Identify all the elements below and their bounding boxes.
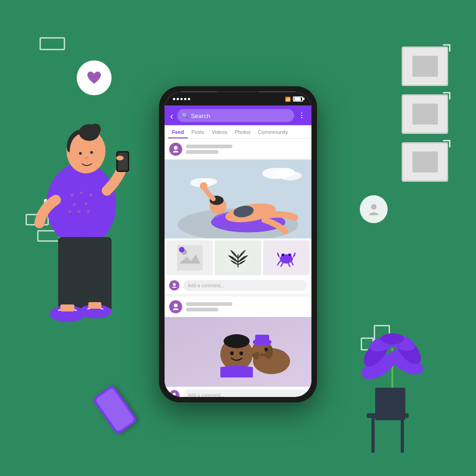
- svg-point-66: [239, 351, 243, 355]
- signal-dot-4: [184, 98, 186, 100]
- svg-point-22: [79, 152, 82, 155]
- search-bar[interactable]: ‹ 🔍 Search ︙: [165, 106, 311, 126]
- comment-1-input[interactable]: Add a comment...: [183, 280, 307, 291]
- svg-point-51: [179, 247, 185, 252]
- post-2-name-line-2: [186, 308, 218, 311]
- person-circle: [360, 195, 388, 223]
- battery-fill: [294, 97, 301, 100]
- photo-frames: [402, 46, 448, 182]
- back-button[interactable]: ‹: [170, 110, 173, 121]
- svg-point-48: [200, 182, 207, 190]
- svg-point-24: [84, 157, 89, 159]
- svg-point-60: [174, 304, 178, 307]
- phone-screen: 📶 ‹ 🔍 Search ︙ Feed: [165, 92, 311, 397]
- post-2: Add a comment...: [165, 297, 311, 397]
- svg-point-17: [87, 210, 90, 213]
- search-icon: 🔍: [182, 112, 189, 119]
- post-1: Add a comment...: [165, 139, 311, 294]
- wifi-icon: 📶: [285, 96, 291, 101]
- svg-point-11: [71, 194, 73, 197]
- comment-2-input[interactable]: Add a comment...: [183, 390, 307, 397]
- post-1-name-line-1: [186, 145, 232, 148]
- tab-photos[interactable]: Photos: [231, 126, 254, 139]
- phone-notch: [217, 92, 259, 102]
- svg-rect-70: [255, 335, 269, 342]
- signal-dot-1: [173, 98, 175, 100]
- post-thumb-1: [166, 240, 213, 275]
- post-2-image: [165, 317, 311, 387]
- post-1-images-row: [165, 238, 311, 277]
- post-1-header: [165, 139, 311, 159]
- photo-frame-1: [402, 46, 448, 86]
- svg-point-12: [80, 192, 83, 194]
- svg-rect-32: [60, 304, 74, 311]
- phone-wrapper: 📶 ‹ 🔍 Search ︙ Feed: [159, 86, 317, 403]
- tab-videos[interactable]: Videos: [208, 126, 231, 139]
- search-text: Search: [191, 112, 210, 119]
- post-1-name: [186, 145, 307, 154]
- svg-rect-33: [88, 302, 101, 309]
- svg-point-64: [224, 334, 250, 348]
- woman-illustration: [14, 28, 144, 390]
- post-thumb-2: [215, 240, 261, 275]
- post-1-name-line-2: [186, 150, 218, 154]
- plant-pot: [375, 388, 405, 420]
- tab-feed[interactable]: Feed: [168, 126, 188, 139]
- signal-dots: [173, 98, 190, 100]
- svg-point-9: [381, 333, 404, 344]
- svg-rect-29: [84, 237, 112, 311]
- post-1-main-image: [165, 159, 311, 238]
- svg-point-65: [230, 351, 234, 355]
- svg-point-0: [371, 204, 377, 210]
- svg-point-14: [73, 203, 76, 206]
- svg-rect-26: [118, 152, 128, 171]
- tab-community[interactable]: Commmunity: [254, 126, 292, 139]
- battery-icon: [293, 96, 303, 101]
- status-icons: 📶: [285, 96, 303, 101]
- post-1-comment-box[interactable]: Add a comment...: [165, 277, 311, 294]
- post-2-avatar: [169, 300, 182, 313]
- svg-point-57: [282, 254, 284, 256]
- svg-point-76: [173, 393, 176, 396]
- comment-1-avatar: [169, 280, 179, 291]
- svg-point-27: [116, 156, 124, 160]
- fallen-phone: [92, 384, 139, 435]
- tab-posts[interactable]: Posts: [188, 126, 208, 139]
- post-thumb-3: [263, 240, 310, 275]
- post-2-comment-box[interactable]: Add a comment...: [165, 387, 311, 397]
- svg-point-15: [85, 202, 87, 205]
- comment-2-avatar: [169, 390, 179, 397]
- photo-frame-3: [402, 142, 448, 182]
- post-2-name: [186, 302, 307, 311]
- signal-dot-3: [180, 98, 183, 100]
- post-2-header: [165, 297, 311, 317]
- phone-device: 📶 ‹ 🔍 Search ︙ Feed: [159, 86, 317, 403]
- more-options-button[interactable]: ︙: [298, 112, 306, 120]
- photo-frame-2: [402, 94, 448, 134]
- svg-point-38: [278, 171, 302, 180]
- svg-point-34: [174, 146, 178, 150]
- tabs-bar: Feed Posts Videos Photos Commmunity: [165, 126, 311, 139]
- svg-point-59: [173, 283, 176, 286]
- feed-content: Add a comment...: [165, 139, 311, 397]
- svg-point-18: [68, 210, 71, 213]
- signal-dot-5: [188, 98, 190, 100]
- signal-dot-2: [177, 98, 179, 100]
- search-field[interactable]: 🔍 Search: [177, 109, 294, 122]
- svg-point-16: [78, 210, 80, 213]
- svg-point-13: [89, 194, 92, 197]
- post-2-name-line-1: [186, 302, 232, 306]
- svg-point-23: [90, 151, 93, 154]
- svg-point-58: [289, 254, 291, 256]
- post-1-avatar: [169, 143, 182, 156]
